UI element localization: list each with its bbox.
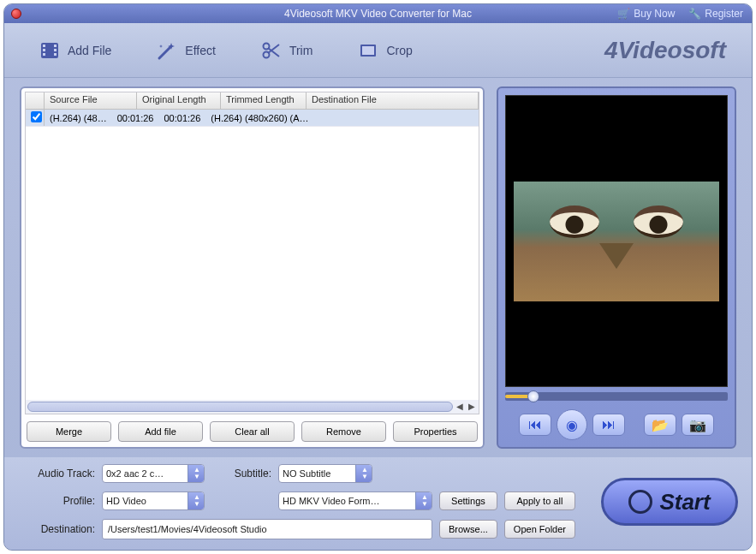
header-links: 🛒 Buy Now 🔧 Register <box>617 8 743 20</box>
svg-rect-1 <box>43 45 45 47</box>
folder-icon: 📂 <box>652 417 669 433</box>
content-area: Source File Original Length Trimmed Leng… <box>4 78 752 457</box>
prev-button[interactable]: ⏮ <box>519 414 551 436</box>
cell-trim-len: 00:01:26 <box>158 111 205 125</box>
settings-grid: Audio Track: 0x2 aac 2 c…▲▼ Subtitle: NO… <box>21 464 575 539</box>
crop-icon <box>357 39 379 62</box>
table-header: Source File Original Length Trimmed Leng… <box>26 92 479 110</box>
cart-icon: 🛒 <box>617 8 630 20</box>
crop-button[interactable]: Crop <box>348 34 420 67</box>
list-button-row: Merge Add file Clear all Remove Properti… <box>25 414 479 444</box>
preview-image <box>514 182 719 301</box>
svg-rect-2 <box>43 49 45 51</box>
scroll-left-icon[interactable]: ◀ <box>455 402 465 412</box>
cell-dest: (H.264) (480x260) (A… <box>205 111 313 125</box>
skip-back-icon: ⏮ <box>528 417 542 432</box>
add-file-label: Add File <box>68 44 111 57</box>
buy-now-label: Buy Now <box>634 8 675 20</box>
camera-icon: 📷 <box>689 417 706 433</box>
svg-rect-6 <box>54 53 57 56</box>
profile-category-select[interactable]: HD Video▲▼ <box>102 491 205 510</box>
wand-icon <box>156 39 178 62</box>
subtitle-label: Subtitle: <box>211 468 271 480</box>
start-button[interactable]: Start <box>601 478 738 526</box>
profile-format-select[interactable]: HD MKV Video Form…▲▼ <box>278 491 432 510</box>
scroll-right-icon[interactable]: ▶ <box>467 402 477 412</box>
profile-label: Profile: <box>21 495 95 507</box>
player-controls: ⏮ ◉ ⏭ 📂 📷 <box>505 409 728 440</box>
effect-button[interactable]: Effect <box>147 34 224 67</box>
file-list-panel: Source File Original Length Trimmed Leng… <box>20 86 485 449</box>
checkbox-column <box>26 92 45 109</box>
col-trimmed-length[interactable]: Trimmed Length <box>221 92 307 109</box>
snapshot-button[interactable]: 📷 <box>682 414 714 436</box>
crop-label: Crop <box>386 44 412 57</box>
svg-rect-3 <box>43 53 45 56</box>
destination-field[interactable]: /Users/test1/Movies/4Videosoft Studio <box>102 519 432 539</box>
file-table: Source File Original Length Trimmed Leng… <box>25 92 479 414</box>
snapshot-folder-button[interactable]: 📂 <box>644 414 676 436</box>
add-file-button[interactable]: Add File <box>30 34 120 67</box>
clear-all-button[interactable]: Clear all <box>210 421 295 442</box>
register-link[interactable]: 🔧 Register <box>688 8 743 20</box>
preview-panel: ⏮ ◉ ⏭ 📂 📷 <box>497 86 736 449</box>
svg-rect-5 <box>54 49 57 51</box>
stop-button[interactable]: ◉ <box>557 409 587 440</box>
destination-label: Destination: <box>21 523 95 535</box>
slider-knob[interactable] <box>527 390 539 402</box>
add-file-list-button[interactable]: Add file <box>118 421 203 442</box>
effect-label: Effect <box>185 44 216 57</box>
row-checkbox[interactable] <box>26 110 45 126</box>
film-icon <box>39 39 61 62</box>
merge-button[interactable]: Merge <box>27 421 111 442</box>
table-body: (H.264) (48… 00:01:26 00:01:26 (H.264) (… <box>26 110 479 400</box>
convert-icon <box>628 490 652 514</box>
table-row[interactable]: (H.264) (48… 00:01:26 00:01:26 (H.264) (… <box>26 110 479 127</box>
remove-button[interactable]: Remove <box>301 421 386 442</box>
start-label: Start <box>659 489 710 515</box>
open-folder-button[interactable]: Open Folder <box>504 520 575 539</box>
preview-screen <box>505 95 728 387</box>
key-icon: 🔧 <box>688 8 701 20</box>
browse-button[interactable]: Browse... <box>439 520 497 539</box>
register-label: Register <box>705 8 743 20</box>
start-area: Start <box>592 464 738 539</box>
svg-rect-4 <box>54 45 57 47</box>
skip-forward-icon: ⏭ <box>602 417 616 432</box>
audio-track-select[interactable]: 0x2 aac 2 c…▲▼ <box>102 464 205 483</box>
svg-rect-10 <box>362 46 374 55</box>
scrollbar-track[interactable] <box>27 402 453 412</box>
trim-label: Trim <box>289 44 313 57</box>
stop-icon: ◉ <box>566 417 578 433</box>
subtitle-select[interactable]: NO Subtitle▲▼ <box>278 464 372 483</box>
horizontal-scrollbar[interactable]: ◀ ▶ <box>26 400 479 414</box>
col-original-length[interactable]: Original Length <box>137 92 221 109</box>
apply-to-all-button[interactable]: Apply to all <box>504 491 575 510</box>
next-button[interactable]: ⏭ <box>592 414 625 436</box>
app-window: 4Videosoft MKV Video Converter for Mac 🛒… <box>3 3 753 551</box>
cell-source: (H.264) (48… <box>45 111 112 125</box>
cell-orig-len: 00:01:26 <box>112 111 159 125</box>
buy-now-link[interactable]: 🛒 Buy Now <box>617 8 675 20</box>
trim-button[interactable]: Trim <box>252 34 321 67</box>
properties-button[interactable]: Properties <box>393 421 478 442</box>
col-source[interactable]: Source File <box>45 92 137 109</box>
titlebar: 4Videosoft MKV Video Converter for Mac 🛒… <box>4 4 752 23</box>
audio-track-label: Audio Track: <box>21 468 95 480</box>
brand-logo: 4Videosoft <box>604 37 726 64</box>
settings-area: Audio Track: 0x2 aac 2 c…▲▼ Subtitle: NO… <box>4 457 752 550</box>
playback-slider[interactable] <box>505 392 728 401</box>
settings-button[interactable]: Settings <box>439 491 497 510</box>
col-destination[interactable]: Destination File <box>307 92 479 109</box>
scissors-icon <box>260 39 283 62</box>
toolbar: Add File Effect Trim Crop 4Videosoft <box>4 23 752 78</box>
